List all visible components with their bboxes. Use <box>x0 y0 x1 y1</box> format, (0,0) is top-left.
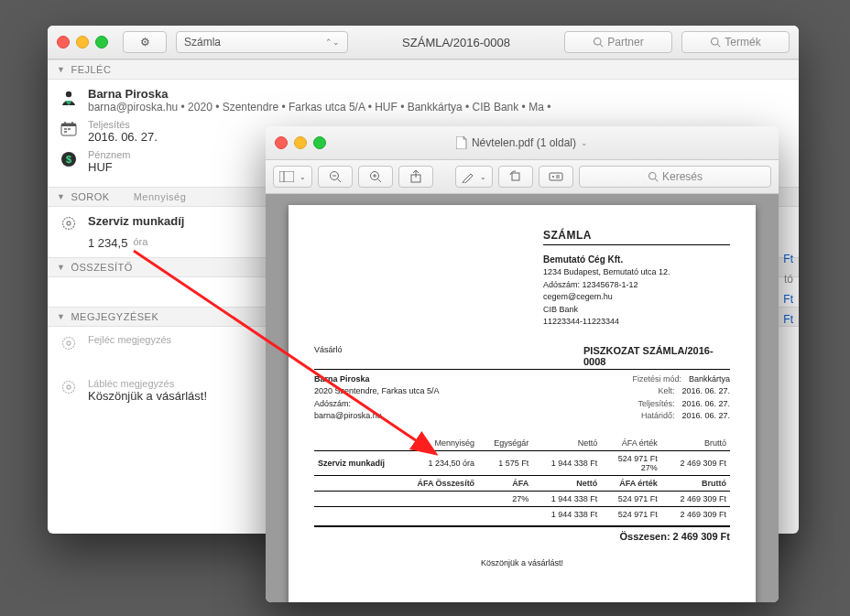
doctype-select[interactable]: Számla ⌃⌄ <box>176 31 348 53</box>
rotate-button[interactable] <box>498 166 533 188</box>
search-icon <box>710 37 721 48</box>
svg-line-3 <box>718 44 721 47</box>
disclosure-icon: ▼ <box>57 192 65 201</box>
svg-rect-6 <box>61 124 76 126</box>
col: Nettó <box>532 475 601 491</box>
settings-button[interactable]: ⚙ <box>123 31 167 53</box>
edge-val: Ft <box>783 289 793 309</box>
svg-line-26 <box>378 179 382 183</box>
buyer-label: Vásárló <box>314 345 343 367</box>
svg-point-19 <box>67 385 71 389</box>
share-button[interactable] <box>398 166 433 188</box>
search-product-input[interactable]: Termék <box>681 31 790 53</box>
currency-value[interactable]: HUF <box>88 160 130 174</box>
section-label: MEGJEGYZÉSEK <box>71 311 158 322</box>
pdf-title-text: Névtelen.pdf (1 oldal) <box>472 136 576 149</box>
col-unitprice: Egységár <box>478 436 532 451</box>
col: ÁFA érték <box>601 475 660 491</box>
svg-rect-32 <box>550 173 562 180</box>
currency-label: Pénznem <box>88 149 130 160</box>
kv-label: Határidő: <box>617 410 674 423</box>
pdf-search-input[interactable]: Keresés <box>579 166 771 188</box>
company-tax: Adószám: 12345678-1-12 <box>543 279 730 292</box>
section-label: ÖSSZESÍTŐ <box>71 262 132 273</box>
svg-rect-11 <box>64 131 67 133</box>
footer-note-placeholder[interactable]: Lábléc megjegyzés <box>88 378 207 389</box>
window-controls <box>275 136 326 149</box>
kv-label: Kelt: <box>617 385 674 398</box>
cell: 1 944 338 Ft <box>532 491 601 506</box>
zoom-icon[interactable] <box>313 136 326 149</box>
svg-rect-20 <box>279 171 294 182</box>
pdf-search-placeholder: Keresés <box>662 170 703 183</box>
window-controls <box>57 36 108 49</box>
company-block: Bemutató Cég Kft. 1234 Budapest, Bemutat… <box>543 253 730 329</box>
pdf-file-icon <box>456 136 467 149</box>
section-label: FEJLÉC <box>71 64 111 75</box>
zoom-icon[interactable] <box>95 36 108 49</box>
buyer-name: Barna Piroska <box>314 373 440 386</box>
kv-label: Fizetési mód: <box>625 373 681 386</box>
pdf-titlebar: Névtelen.pdf (1 oldal) ⌄ <box>266 126 779 160</box>
cell: 524 971 Ft27% <box>601 450 660 475</box>
svg-point-17 <box>67 341 71 345</box>
kv-value: 2016. 06. 27. <box>681 385 730 398</box>
svg-point-15 <box>67 222 71 225</box>
svg-point-14 <box>63 218 75 230</box>
svg-point-16 <box>63 338 75 350</box>
cell: 2 469 309 Ft <box>661 450 730 475</box>
disclosure-icon: ▼ <box>57 65 65 74</box>
svg-rect-10 <box>68 128 71 130</box>
chevron-down-icon[interactable]: ⌄ <box>581 138 588 147</box>
pdf-toolbar: ⌄ ⌄ Keresés <box>266 160 779 194</box>
pdf-page: SZÁMLA Bemutató Cég Kft. 1234 Budapest, … <box>289 205 756 602</box>
svg-point-36 <box>648 173 656 180</box>
zoom-out-button[interactable] <box>318 166 353 188</box>
line-item-name[interactable]: Szerviz munkadíj <box>88 214 207 228</box>
highlight-button[interactable]: ⌄ <box>455 166 493 188</box>
company-bank: CIB Bank <box>543 304 730 317</box>
markup-button[interactable] <box>539 166 573 188</box>
sidebar-toggle-button[interactable]: ⌄ <box>273 166 312 188</box>
invoice-header: Vásárló PISZKOZAT SZÁMLA/2016-0008 <box>314 345 730 370</box>
pdf-viewport[interactable]: SZÁMLA Bemutató Cég Kft. 1234 Budapest, … <box>266 194 779 602</box>
cell: 1 944 338 Ft <box>532 506 601 522</box>
svg-rect-9 <box>64 128 67 130</box>
col: Bruttó <box>661 475 730 491</box>
minimize-icon[interactable] <box>76 36 89 49</box>
kv-label: Teljesítés: <box>617 398 674 411</box>
date-value[interactable]: 2016. 06. 27. <box>88 130 158 144</box>
svg-point-0 <box>594 38 602 46</box>
main-titlebar: ⚙ Számla ⌃⌄ SZÁMLA/2016-0008 Partner Ter… <box>48 26 799 59</box>
footer-note-text: Köszönjük a vásárlást! <box>88 389 207 403</box>
line-unit: óra <box>133 236 147 250</box>
search-product-placeholder: Termék <box>725 36 760 49</box>
minimize-icon[interactable] <box>294 136 307 149</box>
svg-point-18 <box>63 382 75 394</box>
col-net: Nettó <box>532 436 601 451</box>
section-label: SOROK <box>71 191 109 202</box>
column-label: Mennyiség <box>134 191 187 202</box>
gear-icon <box>59 334 79 351</box>
section-header-fejlec[interactable]: ▼ FEJLÉC <box>48 59 799 80</box>
line-qty[interactable]: 1 234,5 <box>88 236 127 250</box>
close-icon[interactable] <box>57 36 70 49</box>
search-partner-placeholder: Partner <box>607 36 643 49</box>
search-partner-input[interactable]: Partner <box>564 31 672 53</box>
header-note-placeholder[interactable]: Fejléc megjegyzés <box>88 334 171 345</box>
svg-point-2 <box>712 38 719 46</box>
col-gross: Bruttó <box>661 436 730 451</box>
partner-name[interactable]: Barna Piroska <box>88 87 550 101</box>
kv-value: Bankkártya <box>689 373 730 386</box>
buyer-addr: 2020 Szentendre, Farkas utca 5/A <box>314 385 440 398</box>
disclosure-icon: ▼ <box>57 312 65 321</box>
table-row: 27% 1 944 338 Ft 524 971 Ft 2 469 309 Ft <box>314 491 730 506</box>
search-icon <box>593 37 604 48</box>
close-icon[interactable] <box>275 136 288 149</box>
company-acct: 11223344-11223344 <box>543 316 730 329</box>
line-items-table: Mennyiség Egységár Nettó ÁFA érték Brutt… <box>314 436 730 522</box>
doctype-label: Számla <box>184 36 221 49</box>
search-icon <box>648 171 659 182</box>
partner-meta: barna@piroska.hu • 2020 • Szentendre • F… <box>88 101 550 113</box>
zoom-in-button[interactable] <box>358 166 393 188</box>
